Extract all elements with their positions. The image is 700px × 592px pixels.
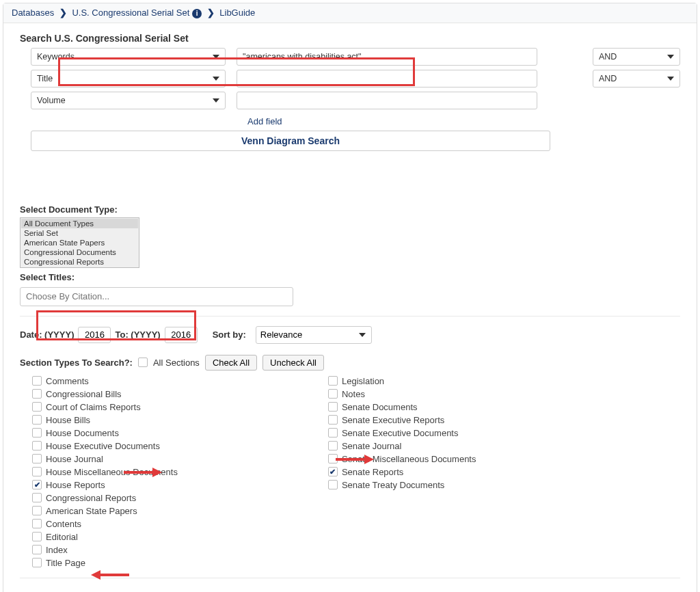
section-checkbox[interactable] [328,415,338,425]
all-sections-checkbox[interactable] [138,358,148,367]
section-checkbox-label: House Executive Documents [46,441,160,451]
section-checkbox[interactable] [32,519,42,528]
section-checkbox[interactable] [32,376,42,386]
section-checkbox-label: Senate Journal [342,441,401,451]
sort-label: Sort by: [213,329,246,340]
titles-input[interactable] [20,287,293,306]
section-checkbox-label: Legislation [342,376,384,386]
section-checkbox-row: Notes [328,389,476,399]
sections-label: Section Types To Search?: [20,358,133,368]
section-checkbox-label: House Documents [46,428,119,438]
section-checkbox[interactable] [32,506,42,515]
term-input-2[interactable] [237,92,537,109]
section-checkbox[interactable] [32,545,42,554]
section-checkbox[interactable] [328,428,338,438]
section-checkbox-row: House Journal [32,454,178,464]
section-checkbox[interactable] [32,532,42,541]
breadcrumb-databases[interactable]: Databases [12,8,54,18]
operator-select-1[interactable]: AND [593,70,680,88]
section-checkbox-row: Editorial [32,532,178,542]
section-checkbox[interactable] [32,441,42,450]
breadcrumb: Databases ❯ U.S. Congressional Serial Se… [3,3,697,23]
section-checkbox-row: Comments [32,376,178,386]
section-checkbox-row: American State Papers [32,506,178,516]
date-to-input[interactable] [165,327,198,343]
breadcrumb-serial-set[interactable]: U.S. Congressional Serial Set [72,8,189,18]
date-from-label: Date: (YYYY) [20,329,74,340]
field-select-2[interactable]: Volume [31,92,226,109]
section-checkbox[interactable] [328,480,338,489]
sort-select[interactable]: Relevance [256,326,372,344]
section-checkbox-label: American State Papers [46,506,137,516]
section-checkbox-row: Contents [32,519,178,529]
section-checkbox-row: Senate Treaty Documents [328,480,476,490]
section-checkbox-label: Court of Claims Reports [46,402,141,412]
titles-label: Select Titles: [20,272,680,282]
section-checkbox-label: Index [46,545,68,555]
section-checkbox-label: Senate Executive Documents [342,428,459,438]
section-checkbox-label: Editorial [46,532,78,542]
doc-type-option[interactable]: American State Papers [21,238,138,247]
section-checkbox[interactable] [32,428,42,438]
section-checkbox-label: Comments [46,376,89,386]
doc-type-list[interactable]: All Document Types Serial Set American S… [20,217,139,268]
venn-diagram-button[interactable]: Venn Diagram Search [31,131,550,151]
section-checkbox-row: Court of Claims Reports [32,402,178,412]
section-checkbox-row: Senate Documents [328,402,476,412]
section-checkbox[interactable] [32,493,42,502]
section-checkbox[interactable] [328,389,338,399]
section-checkbox-row: Legislation [328,376,476,386]
date-from-input[interactable] [78,327,111,343]
section-checkbox-row: Senate Executive Reports [328,415,476,425]
section-checkbox-row: Senate Reports [328,467,476,477]
section-checkbox-row: House Documents [32,428,178,438]
section-checkbox[interactable] [328,441,338,450]
section-checkbox-row: House Reports [32,480,178,490]
section-checkbox-label: Notes [342,389,365,399]
doc-type-option[interactable]: Congressional Reports [21,257,138,267]
section-checkbox[interactable] [32,558,42,567]
section-checkbox[interactable] [328,467,338,476]
section-checkbox-label: Contents [46,519,81,529]
section-checkbox[interactable] [328,376,338,386]
search-heading: Search U.S. Congressional Serial Set [20,33,680,44]
section-checkbox-label: House Journal [46,454,103,464]
check-all-button[interactable]: Check All [205,355,257,371]
chevron-right-icon: ❯ [207,8,215,18]
section-checkbox[interactable] [32,467,42,476]
section-checkbox-label: House Miscellaneous Documents [46,467,178,477]
section-checkbox[interactable] [328,454,338,463]
field-select-0[interactable]: Keywords [31,48,226,66]
section-checkbox-label: Senate Miscellaneous Documents [342,454,476,464]
uncheck-all-button[interactable]: Uncheck All [262,355,324,371]
info-icon[interactable]: i [192,9,202,18]
doc-type-option[interactable]: Serial Set [21,228,138,238]
section-checkbox-row: Senate Executive Documents [328,428,476,438]
section-checkbox-row: Congressional Bills [32,389,178,399]
section-checkbox-label: Senate Executive Reports [342,415,444,425]
section-checkbox[interactable] [32,389,42,399]
doc-type-option[interactable]: All Document Types [21,219,138,228]
add-field-link[interactable]: Add field [247,116,282,126]
section-checkbox-row: Senate Journal [328,441,476,451]
field-select-1[interactable]: Title [31,70,226,88]
term-input-0[interactable] [237,48,537,66]
section-checkbox-label: House Bills [46,415,90,425]
section-checkbox[interactable] [32,415,42,425]
section-checkbox-label: Senate Treaty Documents [342,480,444,490]
doc-type-option[interactable]: Congressional Documents [21,247,138,257]
breadcrumb-libguide[interactable]: LibGuide [219,8,255,18]
section-checkbox-row: House Bills [32,415,178,425]
section-checkbox-label: Senate Documents [342,402,418,412]
section-checkbox[interactable] [328,402,338,412]
section-checkbox-label: Title Page [46,558,85,568]
section-checkbox[interactable] [32,480,42,489]
section-checkbox-label: Senate Reports [342,467,403,477]
section-checkbox-label: Congressional Reports [46,493,136,503]
term-input-1[interactable] [237,70,537,88]
section-checkbox[interactable] [32,454,42,463]
doc-type-label: Select Document Type: [20,204,680,215]
section-checkbox[interactable] [32,402,42,412]
section-checkbox-label: House Reports [46,480,105,490]
operator-select-0[interactable]: AND [593,48,680,66]
